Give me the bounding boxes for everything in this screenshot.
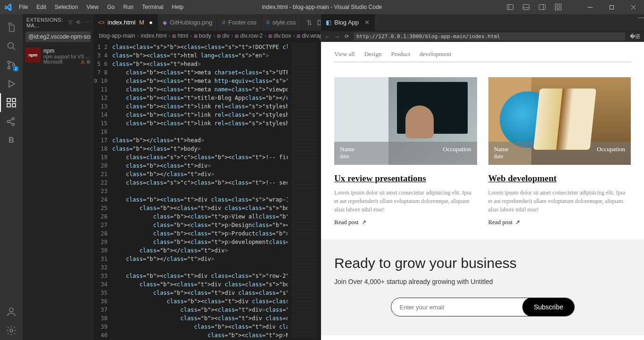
extension-name: npm: [43, 48, 91, 54]
breadcrumb-item[interactable]: blog-app-main: [99, 32, 135, 39]
sidebar-title: EXTENSIONS: MA…: [26, 17, 68, 28]
breadcrumb-item[interactable]: ⊞div.wrap: [297, 32, 321, 39]
settings-gear-icon[interactable]: [0, 321, 23, 340]
card-image: NamedateOccupation: [334, 77, 477, 165]
menu-go[interactable]: Go: [103, 2, 118, 12]
breadcrumb-item[interactable]: ⊞body: [194, 32, 211, 39]
svg-point-17: [8, 67, 10, 69]
live-share-icon[interactable]: [0, 112, 23, 131]
editor-tab-actions[interactable]: ⋯: [301, 14, 321, 31]
toggle-sidebar-icon[interactable]: [506, 3, 518, 11]
extensions-icon[interactable]: [0, 93, 23, 112]
blog-card: NamedateOccupationWeb developmentLorem i…: [488, 77, 631, 226]
line-numbers: 1 2 3 4 5 6 7 8 9 10 11 12 13 14 15 16 1…: [93, 41, 112, 340]
breadcrumb-item[interactable]: ⊞html: [172, 32, 188, 39]
nav-development[interactable]: development: [420, 50, 451, 58]
window-title: index.html - blog-app-main - Visual Stud…: [262, 4, 382, 10]
preview-tab-label: Blog App: [334, 19, 359, 26]
read-post-link[interactable]: Read post ↗: [488, 219, 631, 226]
svg-point-30: [10, 329, 13, 332]
close-button[interactable]: [622, 0, 644, 14]
run-debug-icon[interactable]: [0, 74, 23, 93]
reload-icon[interactable]: ⟳: [345, 33, 349, 40]
tab-style-css[interactable]: #style.css: [262, 14, 301, 31]
tab-label: GitHublogo.png: [170, 19, 212, 26]
menu-view[interactable]: View: [83, 2, 102, 12]
toggle-secondary-sidebar-icon[interactable]: [538, 3, 550, 11]
open-external-icon[interactable]: �揕: [630, 33, 640, 40]
tab-label: Footer.css: [228, 19, 256, 26]
source-control-icon[interactable]: 2: [0, 56, 23, 74]
menu-help[interactable]: Help: [168, 2, 188, 12]
main-menu: FileEditSelectionViewGoRunTerminalHelp: [15, 2, 187, 12]
more-icon[interactable]: ⋯: [84, 19, 90, 25]
author-name: Name: [494, 146, 509, 153]
nav-design[interactable]: Design: [364, 50, 382, 58]
compare-changes-icon[interactable]: [306, 19, 313, 26]
svg-rect-9: [559, 8, 561, 10]
preview-panel: ◧ Blog App ✕ ⋯ ← → ⟳ http://127.0.0.1:30…: [321, 14, 644, 340]
tab-Footer-css[interactable]: #Footer.css: [217, 14, 262, 31]
svg-rect-20: [7, 98, 10, 102]
minimap[interactable]: [288, 41, 321, 340]
toggle-panel-icon[interactable]: [522, 3, 534, 11]
filter-icon[interactable]: ▽: [68, 19, 72, 25]
email-input[interactable]: [391, 304, 523, 311]
split-editor-icon[interactable]: [317, 19, 321, 26]
file-icon: ◆: [163, 19, 167, 26]
extension-gear-icon[interactable]: ⚙: [86, 59, 91, 65]
menu-edit[interactable]: Edit: [33, 2, 50, 12]
code-editor[interactable]: class=class="s">"b"><class=class="s">"t"…: [112, 41, 288, 340]
breadcrumb[interactable]: blog-app-main›index.html›⊞html›⊞body›⊞di…: [93, 31, 321, 41]
search-icon[interactable]: [0, 37, 23, 56]
breadcrumb-item[interactable]: ⊞div.box: [268, 32, 291, 39]
breadcrumb-item[interactable]: ⊞div.row-2: [235, 32, 263, 39]
svg-rect-4: [539, 5, 545, 10]
maximize-button[interactable]: [601, 0, 622, 14]
breadcrumb-item[interactable]: ⊞div: [217, 32, 229, 39]
tab-GitHublogo-png[interactable]: ◆GitHublogo.png: [158, 14, 217, 31]
nav-view-all[interactable]: View all: [334, 50, 355, 58]
back-icon[interactable]: ←: [325, 34, 330, 40]
extension-item[interactable]: npm npm npm support for VS Code Microsof…: [23, 45, 93, 67]
menu-file[interactable]: File: [15, 2, 32, 12]
read-post-link[interactable]: Read post ↗: [334, 219, 477, 226]
card-title[interactable]: Ux review presentations: [334, 173, 477, 184]
editor-tabs: <>index.htmlM●◆GitHublogo.png#Footer.css…: [93, 14, 321, 31]
accounts-icon[interactable]: [0, 302, 23, 321]
tab-label: index.html: [107, 19, 135, 26]
external-link-icon: ↗: [362, 219, 366, 226]
file-icon: <>: [98, 19, 105, 26]
svg-marker-19: [9, 81, 15, 87]
cta-subtext: Join Over 4,000+ startup already growing…: [334, 278, 631, 285]
warning-icon: ⚠: [81, 59, 85, 65]
nav-product[interactable]: Product: [391, 50, 410, 58]
breadcrumb-item[interactable]: index.html: [141, 32, 167, 39]
close-icon[interactable]: ✕: [364, 19, 370, 26]
menu-selection[interactable]: Selection: [51, 2, 82, 12]
preview-tab-actions[interactable]: ⋯: [638, 14, 644, 31]
preview-tab[interactable]: ◧ Blog App ✕: [321, 14, 375, 31]
svg-rect-2: [523, 5, 529, 10]
modified-indicator: M: [139, 19, 144, 26]
menu-terminal[interactable]: Terminal: [138, 2, 167, 12]
explorer-icon[interactable]: [0, 18, 23, 37]
more-actions-icon[interactable]: ⋯: [638, 14, 644, 21]
tab-index-html[interactable]: <>index.htmlM●: [93, 14, 158, 31]
card-blurb: Lorem ipsum dolor sit amet consectetur a…: [488, 188, 631, 214]
forward-icon[interactable]: →: [335, 34, 340, 40]
subscribe-button[interactable]: Subscribe: [522, 298, 574, 316]
preview-icon: ◧: [326, 19, 331, 26]
card-title[interactable]: Web development: [488, 173, 631, 184]
minimize-button[interactable]: [579, 0, 601, 14]
customize-layout-icon[interactable]: [554, 3, 566, 11]
extension-publisher: Microsoft: [43, 59, 63, 65]
bold-icon[interactable]: B: [0, 131, 23, 150]
svg-rect-7: [559, 4, 561, 7]
url-bar[interactable]: http://127.0.0.1:3000/blog-app-main/inde…: [354, 32, 625, 40]
svg-rect-8: [555, 8, 558, 10]
refresh-icon[interactable]: ⟲: [76, 19, 80, 25]
layout-controls[interactable]: [506, 3, 566, 11]
extensions-search-input[interactable]: @id:eg2.vscode-npm-script: [25, 32, 91, 42]
menu-run[interactable]: Run: [119, 2, 137, 12]
